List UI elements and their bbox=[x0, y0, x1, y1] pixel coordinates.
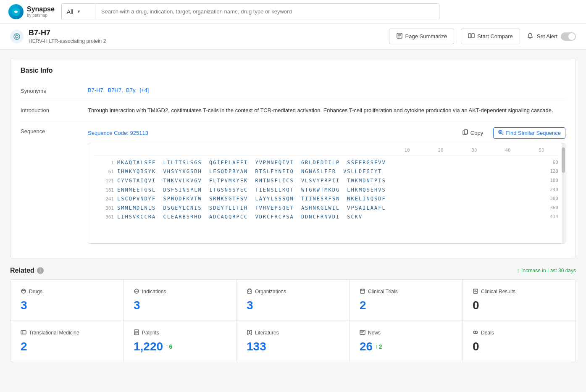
basic-info-card: Basic Info Synonyms B7-H7, B7H7, B7y, [+… bbox=[10, 58, 576, 258]
related-item-icon bbox=[360, 288, 365, 295]
svg-rect-25 bbox=[250, 291, 251, 292]
related-item-count: 3 bbox=[247, 299, 339, 312]
svg-rect-13 bbox=[464, 130, 468, 134]
introduction-label: Introduction bbox=[21, 106, 88, 115]
related-item-count: 0 bbox=[473, 340, 565, 353]
synonym-1: B7-H7, bbox=[88, 87, 105, 93]
related-item-icon bbox=[360, 329, 365, 337]
page-subtitle: HERV-H LTR-associating protein 2 bbox=[29, 38, 106, 44]
sequence-line: 61 IHWKYQDSYK VHSYYKGSDH LESQDPRYAN RTSL… bbox=[95, 167, 558, 176]
related-item-icon bbox=[21, 329, 26, 337]
svg-rect-26 bbox=[249, 289, 250, 290]
related-item-icon bbox=[134, 288, 139, 295]
svg-point-17 bbox=[499, 131, 501, 133]
count-value: 0 bbox=[473, 340, 479, 353]
related-item-icon bbox=[134, 329, 139, 337]
svg-point-2 bbox=[16, 35, 18, 38]
copy-sequence-button[interactable]: Copy bbox=[459, 128, 486, 138]
svg-rect-24 bbox=[248, 291, 249, 292]
related-item[interactable]: News 26 ↑2 bbox=[349, 321, 462, 362]
synonyms-value: B7-H7, B7H7, B7y, [+4] bbox=[88, 87, 565, 94]
related-item[interactable]: Organizations 3 bbox=[237, 280, 349, 321]
sequence-line: 181 ENNMEETGSL DSFSINSPLN ITGSNSSYEC TIE… bbox=[95, 186, 558, 195]
svg-point-15 bbox=[499, 130, 502, 134]
related-item-count: 26 ↑2 bbox=[360, 340, 452, 353]
related-item[interactable]: Clinical Results 0 bbox=[462, 280, 575, 321]
introduction-text: Through interaction with TMIGD2, costimu… bbox=[88, 106, 565, 115]
related-item-count: 1,220 ↑6 bbox=[134, 340, 226, 353]
count-up-number: 6 bbox=[169, 343, 173, 350]
svg-rect-10 bbox=[472, 34, 474, 38]
svg-rect-9 bbox=[468, 34, 471, 38]
set-alert-container: Set Alert bbox=[527, 32, 576, 41]
svg-line-16 bbox=[502, 133, 503, 135]
related-info-icon[interactable]: i bbox=[37, 267, 44, 274]
logo-title: Synapse bbox=[27, 5, 55, 13]
related-item-label: Clinical Trials bbox=[368, 289, 398, 295]
related-item-label: Literatures bbox=[255, 330, 279, 336]
page-summarize-label: Page Summarize bbox=[405, 33, 447, 39]
sequence-ruler: 10 20 30 40 50 bbox=[95, 147, 558, 156]
related-title: Related bbox=[10, 267, 34, 274]
related-header: Related i ↑ Increase in Last 30 days bbox=[10, 267, 576, 274]
related-item[interactable]: Literatures 133 bbox=[237, 321, 349, 362]
logo-subtitle: by patsnap bbox=[27, 13, 55, 18]
sequence-scroll-area[interactable]: 10 20 30 40 50 1 MKAQTALSFF LILITSLSGS Q… bbox=[88, 143, 565, 243]
related-item-icon bbox=[473, 329, 478, 337]
related-item-label: Patents bbox=[142, 330, 159, 336]
search-input[interactable] bbox=[95, 4, 439, 20]
dropdown-chevron-icon: ▼ bbox=[76, 9, 81, 14]
related-item[interactable]: Indications 3 bbox=[124, 280, 237, 321]
logo-icon bbox=[8, 4, 24, 19]
sequence-header: Sequence Code: 925113 Copy bbox=[88, 127, 565, 139]
related-item[interactable]: Patents 1,220 ↑6 bbox=[124, 321, 237, 362]
page-header: B7-H7 HERV-H LTR-associating protein 2 P… bbox=[0, 24, 586, 50]
svg-point-22 bbox=[137, 291, 138, 292]
copy-label: Copy bbox=[470, 130, 483, 136]
sequence-line: 361 LIHSVKCCRA CLEARBSRHD ADCAQQRPCC VDR… bbox=[95, 213, 558, 222]
page-title: B7-H7 bbox=[29, 29, 106, 37]
sequence-scrollbar-thumb bbox=[562, 147, 565, 173]
page-target-icon bbox=[10, 30, 24, 43]
start-compare-button[interactable]: Start Compare bbox=[461, 29, 520, 44]
svg-rect-23 bbox=[247, 290, 252, 293]
related-item[interactable]: Clinical Trials 2 bbox=[349, 280, 462, 321]
related-item-count: 3 bbox=[21, 299, 113, 312]
logo: Synapse by patsnap bbox=[8, 4, 55, 19]
count-value: 0 bbox=[473, 299, 479, 312]
related-item-label: Drugs bbox=[29, 289, 42, 295]
count-value: 133 bbox=[247, 340, 266, 353]
sequence-row: Sequence Sequence Code: 925113 bbox=[21, 121, 565, 250]
synonyms-label: Synonyms bbox=[21, 87, 88, 94]
count-value: 3 bbox=[21, 299, 27, 312]
sequence-scrollbar[interactable] bbox=[562, 143, 565, 243]
sequence-code[interactable]: Sequence Code: 925113 bbox=[88, 130, 148, 136]
related-item-count: 0 bbox=[473, 299, 565, 312]
svg-point-21 bbox=[136, 291, 137, 292]
main-content: Basic Info Synonyms B7-H7, B7H7, B7y, [+… bbox=[0, 50, 586, 392]
related-section: Related i ↑ Increase in Last 30 days Dru… bbox=[10, 267, 576, 362]
synonym-3: B7y, bbox=[126, 87, 137, 93]
svg-point-43 bbox=[475, 331, 478, 334]
related-item[interactable]: Deals 0 bbox=[462, 321, 575, 362]
count-up-icon: ↑ bbox=[375, 343, 378, 350]
set-alert-toggle[interactable] bbox=[561, 32, 576, 41]
page-summarize-button[interactable]: Page Summarize bbox=[389, 29, 455, 44]
sequence-viewer: 10 20 30 40 50 1 MKAQTALSFF LILITSLSGS Q… bbox=[88, 143, 565, 244]
count-up-icon: ↑ bbox=[166, 343, 168, 350]
svg-rect-39 bbox=[361, 331, 363, 333]
compare-icon bbox=[468, 32, 475, 40]
related-item-label: Clinical Results bbox=[481, 289, 515, 295]
find-similar-sequence-button[interactable]: Find Similar Sequence bbox=[493, 127, 565, 139]
sequence-line: 121 CYVGTAIQVI TNKVVLKVGV FLTPVMKYEK RNT… bbox=[95, 176, 558, 186]
synonyms-more[interactable]: [+4] bbox=[139, 87, 149, 93]
count-badge: ↑2 bbox=[375, 343, 382, 350]
related-item-label: Deals bbox=[481, 330, 494, 336]
related-item-label: News bbox=[368, 330, 381, 336]
related-item-count: 3 bbox=[134, 299, 226, 312]
search-type-dropdown[interactable]: All ▼ bbox=[62, 4, 95, 20]
sequence-value: Sequence Code: 925113 Copy bbox=[88, 127, 565, 244]
related-item[interactable]: Translational Medicine 2 bbox=[11, 321, 124, 362]
related-item[interactable]: Drugs 3 bbox=[11, 280, 124, 321]
increase-label: Increase in Last 30 days bbox=[521, 268, 576, 274]
